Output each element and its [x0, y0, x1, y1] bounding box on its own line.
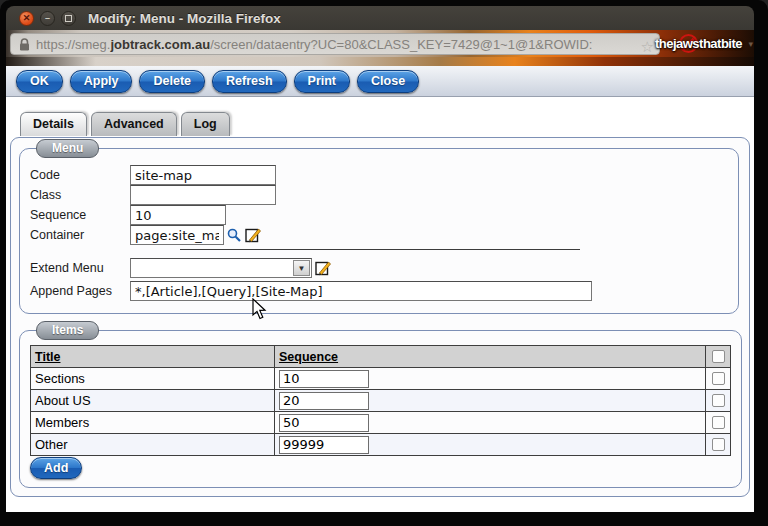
- item-sequence-input[interactable]: [279, 392, 369, 410]
- class-row: Class: [30, 185, 728, 205]
- item-sequence-input[interactable]: [279, 436, 369, 454]
- extend-menu-edit-icon[interactable]: [315, 260, 331, 276]
- append-pages-row: Append Pages: [30, 281, 728, 301]
- firefox-window: ✕ – Modify: Menu - Mozilla Firefox https…: [0, 0, 768, 526]
- section-divider: [180, 249, 580, 250]
- urlbar-dropdown-icon[interactable]: ▾: [748, 39, 753, 49]
- append-pages-input[interactable]: [130, 281, 592, 301]
- extend-menu-label: Extend Menu: [30, 261, 130, 275]
- container-label: Container: [30, 228, 130, 242]
- table-row: Members: [31, 412, 731, 434]
- code-input[interactable]: [130, 165, 276, 185]
- apply-button[interactable]: Apply: [70, 70, 133, 93]
- items-legend: Items: [36, 321, 99, 340]
- extend-menu-row: Extend Menu ▼: [30, 258, 728, 278]
- tab-bar: Details Advanced Log: [20, 112, 230, 136]
- row-checkbox[interactable]: [712, 438, 725, 451]
- tab-log[interactable]: Log: [181, 112, 230, 136]
- items-table: Title Sequence Sections About US: [30, 345, 731, 456]
- add-button[interactable]: Add: [30, 457, 82, 479]
- bookmark-star-icon[interactable]: ☆: [641, 38, 654, 55]
- class-input[interactable]: [130, 185, 276, 205]
- sequence-column-header: Sequence: [275, 346, 706, 368]
- persona-theme-strip: [6, 57, 754, 66]
- container-input[interactable]: [130, 225, 224, 245]
- select-all-checkbox[interactable]: [712, 350, 725, 363]
- code-label: Code: [30, 168, 130, 182]
- append-pages-label: Append Pages: [30, 284, 130, 298]
- class-label: Class: [30, 188, 130, 202]
- refresh-button[interactable]: Refresh: [212, 70, 287, 93]
- sequence-row: Sequence: [30, 205, 728, 225]
- row-checkbox[interactable]: [712, 416, 725, 429]
- close-button[interactable]: Close: [357, 70, 419, 93]
- item-title: Sections: [31, 368, 275, 390]
- select-arrow-icon: ▼: [293, 260, 310, 276]
- form-toolbar: OK Apply Delete Refresh Print Close: [6, 66, 754, 97]
- title-column-header: Title: [31, 346, 275, 368]
- tab-details[interactable]: Details: [20, 112, 87, 136]
- table-row: Sections: [31, 368, 731, 390]
- item-sequence-input[interactable]: [279, 370, 369, 388]
- table-row: Other: [31, 434, 731, 456]
- print-button[interactable]: Print: [294, 70, 350, 93]
- url-path: /screen/dataentry?UC=80&CLASS_KEY=7429@1…: [210, 37, 592, 52]
- url-bar[interactable]: https://smeg.jobtrack.com.au/screen/data…: [10, 33, 660, 55]
- page-content: Details Advanced Log Menu Code Class Seq…: [6, 97, 754, 512]
- container-edit-icon[interactable]: [245, 227, 261, 243]
- container-search-icon[interactable]: [227, 228, 242, 243]
- table-row: About US: [31, 390, 731, 412]
- item-title: Members: [31, 412, 275, 434]
- sequence-label: Sequence: [30, 208, 130, 222]
- menu-section: Menu Code Class Sequence Container: [19, 148, 739, 314]
- delete-button[interactable]: Delete: [139, 70, 205, 93]
- details-panel: Menu Code Class Sequence Container: [10, 137, 750, 497]
- item-title: Other: [31, 434, 275, 456]
- window-minimize-icon[interactable]: –: [40, 11, 55, 26]
- persona-text: thejawsthatbite: [655, 36, 742, 51]
- row-checkbox[interactable]: [712, 394, 725, 407]
- window-close-icon[interactable]: ✕: [19, 11, 34, 26]
- tab-advanced[interactable]: Advanced: [91, 112, 177, 136]
- url-domain: jobtrack.com.au: [110, 37, 210, 52]
- items-section: Items Title Sequence Sections About U: [19, 330, 742, 488]
- menu-legend: Menu: [36, 139, 99, 158]
- ok-button[interactable]: OK: [16, 70, 63, 93]
- lock-icon: [19, 38, 30, 51]
- extend-menu-select[interactable]: ▼: [130, 258, 312, 278]
- window-maximize-icon[interactable]: [61, 11, 76, 26]
- row-checkbox[interactable]: [712, 372, 725, 385]
- items-header-row: Title Sequence: [31, 346, 731, 368]
- navigation-bar: https://smeg.jobtrack.com.au/screen/data…: [6, 30, 754, 57]
- window-titlebar: ✕ – Modify: Menu - Mozilla Firefox: [6, 6, 754, 30]
- code-row: Code: [30, 165, 728, 185]
- item-sequence-input[interactable]: [279, 414, 369, 432]
- sequence-input[interactable]: [130, 205, 226, 225]
- item-title: About US: [31, 390, 275, 412]
- container-row: Container: [30, 225, 728, 245]
- url-scheme: https://smeg.: [36, 37, 110, 52]
- window-title: Modify: Menu - Mozilla Firefox: [88, 11, 281, 26]
